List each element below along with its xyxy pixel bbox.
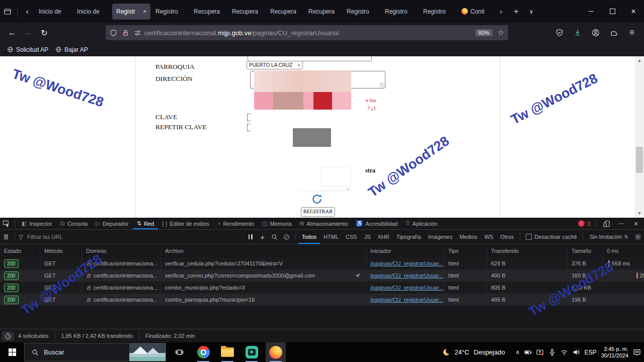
close-button[interactable]: × (623, 4, 644, 20)
tab-recupera-2[interactable]: Recupera (228, 4, 266, 20)
list-all-tabs-button[interactable]: ∨ (524, 5, 539, 19)
column-header-estado[interactable]: Estado (0, 244, 40, 257)
hamburger-menu-icon[interactable]: ≡ (623, 26, 641, 40)
column-header-iniciador[interactable]: Iniciador (366, 244, 444, 257)
tab-recupera-3[interactable]: Recupera (266, 4, 304, 20)
scroll-tabs-left-button[interactable]: ‹ (20, 5, 35, 19)
devtools-tab-aplicacion[interactable]: ⠿Aplicación (401, 218, 441, 229)
filter-url-input[interactable]: Filtrar las URL (18, 234, 62, 240)
microphone-icon[interactable] (548, 348, 556, 356)
tab-conti[interactable]: Conti (457, 4, 494, 20)
devtools-menu-icon[interactable]: ⋯ (615, 218, 627, 230)
throttling-select[interactable]: Sin limitación ⇅ (586, 234, 632, 240)
tracking-shield-icon[interactable] (110, 29, 117, 37)
tab-close-icon[interactable]: × (143, 8, 146, 15)
tab-registro-3[interactable]: Registro (381, 4, 419, 20)
network-request-row[interactable]: 200 GET certificacioninternaciona... com… (0, 294, 644, 306)
initiator-link[interactable]: /paginas/CU_registrarUsuar... (370, 297, 443, 303)
network-request-row[interactable]: 200 GET certificacioninternaciona... ver… (0, 257, 644, 269)
url-text[interactable]: certificacioninternacional.mijp.gob.ve/p… (144, 29, 475, 37)
filter-pill-tipografia[interactable]: Tipografía (393, 230, 425, 244)
column-header-archivo[interactable]: Archivo (161, 244, 366, 257)
devtools-tab-inspector[interactable]: ◧Inspector (18, 218, 56, 229)
bookmark-bajar-ap[interactable]: Bajar AP (55, 46, 88, 53)
new-tab-button[interactable]: + (509, 5, 524, 19)
devtools-tab-rendimiento[interactable]: ◔Rendimiento (213, 218, 258, 229)
scrollbar-thumb[interactable] (636, 147, 643, 173)
tab-inicio-2[interactable]: Inicio de (73, 4, 111, 20)
tab-registro-1[interactable]: Registro (151, 4, 190, 20)
pause-traffic-icon[interactable] (245, 231, 257, 243)
permissions-icon[interactable] (134, 29, 141, 37)
forward-button[interactable]: → (20, 25, 36, 40)
back-button[interactable]: ← (4, 25, 20, 40)
downloads-icon[interactable] (569, 26, 587, 40)
taskbar-capture-app-icon[interactable] (242, 342, 262, 362)
filter-pill-ws[interactable]: WS (481, 230, 497, 244)
page-scrollbar[interactable]: ▲ ▼ (635, 56, 644, 218)
url-bar[interactable]: certificacioninternacional.mijp.gob.ve/p… (106, 25, 508, 40)
protections-shield-icon[interactable] (550, 26, 569, 40)
devtools-tab-almacenamiento[interactable]: ⊟Almacenamiento (295, 218, 352, 229)
devtools-tab-red[interactable]: ⇅Red (133, 218, 158, 229)
battery-icon[interactable] (524, 348, 532, 356)
initiator-link[interactable]: /paginas/CU_registrarUsuar... (370, 273, 443, 279)
column-header-tamano[interactable]: Tamaño (568, 244, 603, 257)
filter-pill-otros[interactable]: Otros (497, 230, 517, 244)
zoom-level-badge[interactable]: 80% (475, 29, 493, 36)
tray-chevron-up-icon[interactable]: ∧ (516, 349, 520, 355)
insecure-lock-icon[interactable] (122, 29, 129, 37)
filter-pill-imagenes[interactable]: Imágenes (425, 230, 456, 244)
volume-icon[interactable] (573, 348, 580, 356)
scroll-tabs-right-button[interactable]: › (494, 5, 509, 19)
taskbar-clock[interactable]: 3:45 p. m.30/11/2024 (601, 346, 628, 359)
repetir-clave-input-clipped[interactable] (247, 124, 251, 131)
filter-pill-css[interactable]: CSS (342, 230, 361, 244)
screen-share-icon[interactable] (536, 348, 544, 356)
network-settings-gear-icon[interactable] (632, 231, 644, 243)
taskbar-chrome-icon[interactable] (193, 342, 213, 362)
initiator-link[interactable]: /paginas/CU_registrarUsuar... (370, 260, 443, 266)
error-badge-icon[interactable]: ! (578, 220, 585, 227)
devtools-close-icon[interactable]: × (630, 218, 642, 230)
clear-requests-icon[interactable] (0, 231, 12, 243)
start-button[interactable] (0, 342, 24, 362)
devtools-tab-memoria[interactable]: ◫Memoria (258, 218, 295, 229)
taskbar-firefox-icon[interactable] (266, 342, 286, 362)
tab-recupera-1[interactable]: Recupera (190, 4, 228, 20)
tab-registro-2[interactable]: Registro (343, 4, 381, 20)
pick-element-icon[interactable] (0, 218, 12, 230)
network-request-row[interactable]: 200 GET certificacioninternaciona... com… (0, 282, 644, 294)
taskbar-search[interactable]: Buscar (24, 343, 166, 361)
minimize-button[interactable] (581, 4, 602, 20)
filter-pill-medios[interactable]: Medios (456, 230, 480, 244)
wifi-icon[interactable] (560, 348, 568, 356)
search-highlight-art[interactable] (129, 343, 166, 361)
column-header-tipo[interactable]: Tipo (444, 244, 487, 257)
bookmark-star-icon[interactable]: ☆ (498, 28, 504, 37)
devtools-tab-consola[interactable]: ⊡Consola (56, 218, 92, 229)
notification-center-icon[interactable] (633, 348, 641, 356)
filter-pill-js[interactable]: JS (361, 230, 374, 244)
account-icon[interactable] (587, 26, 605, 40)
responsive-mode-icon[interactable] (601, 218, 613, 230)
filter-pill-html[interactable]: HTML (320, 230, 342, 244)
column-header-transferido[interactable]: Transferido (487, 244, 568, 257)
filter-pill-xhr[interactable]: XHR (374, 230, 392, 244)
clave-input-clipped[interactable] (247, 114, 251, 121)
tab-registrar-active[interactable]: Registr × (112, 4, 150, 20)
language-indicator[interactable]: ESP (585, 349, 597, 356)
weather-desc[interactable]: Despejado (474, 348, 505, 356)
har-plus-icon[interactable]: + (257, 231, 269, 243)
block-requests-icon[interactable] (281, 231, 293, 243)
devtools-tab-accesibilidad[interactable]: ♿Accesibilidad (352, 218, 402, 229)
task-view-button[interactable] (169, 342, 189, 362)
column-header-dominio[interactable]: Dominio (82, 244, 161, 257)
firefox-view-button[interactable] (0, 5, 15, 19)
captcha-refresh-icon[interactable] (311, 193, 323, 205)
taskbar-explorer-icon[interactable] (217, 342, 237, 362)
maximize-button[interactable] (602, 4, 623, 20)
filter-pill-todos[interactable]: Todos (298, 230, 320, 244)
registrar-button[interactable]: REGISTRAR (301, 207, 335, 217)
tab-registro-4[interactable]: Registro (419, 4, 457, 20)
